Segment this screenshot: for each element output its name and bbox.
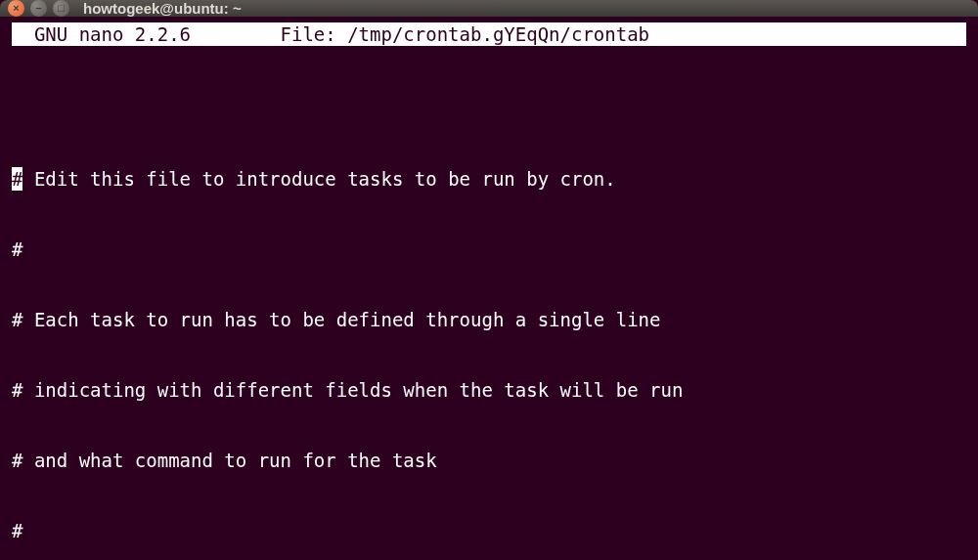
cursor: #	[12, 167, 22, 191]
editor-content[interactable]: # Edit this file to introduce tasks to b…	[12, 50, 966, 560]
nano-header: GNU nano 2.2.6 File: /tmp/crontab.gYEqQn…	[12, 22, 966, 46]
file-line: Edit this file to introduce tasks to be …	[22, 168, 615, 190]
maximize-icon[interactable]: □	[53, 0, 69, 17]
window-titlebar[interactable]: × – □ howtogeek@ubuntu: ~	[0, 0, 978, 17]
file-line: # and what command to run for the task	[12, 449, 966, 472]
file-line: # Each task to run has to be defined thr…	[12, 308, 966, 331]
terminal-viewport[interactable]: GNU nano 2.2.6 File: /tmp/crontab.gYEqQn…	[0, 17, 978, 560]
file-line: #	[12, 237, 966, 261]
window-title: howtogeek@ubuntu: ~	[83, 0, 242, 17]
file-line: # indicating with different fields when …	[12, 378, 966, 402]
terminal-window: × – □ howtogeek@ubuntu: ~ GNU nano 2.2.6…	[0, 0, 978, 560]
minimize-icon[interactable]: –	[30, 0, 47, 17]
window-controls: × – □	[8, 0, 69, 17]
close-icon[interactable]: ×	[8, 0, 24, 17]
file-line: #	[12, 519, 966, 542]
